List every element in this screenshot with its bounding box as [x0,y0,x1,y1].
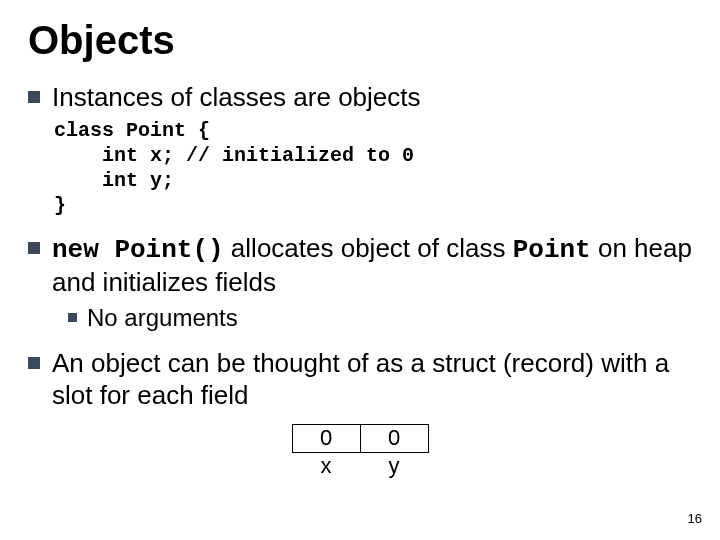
bullet-3-text: An object can be thought of as a struct … [52,347,692,412]
bullet-2-sub-text: No arguments [87,303,238,333]
slot-value-y: 0 [360,424,428,452]
bullet-1: Instances of classes are objects [28,81,692,114]
object-struct-diagram: 0 0 x y [28,424,692,479]
bullet-3: An object can be thought of as a struct … [28,347,692,412]
slide-title: Objects [28,18,692,63]
bullet-2: new Point() allocates object of class Po… [28,232,692,299]
slot-value-x: 0 [292,424,360,452]
slide: Objects Instances of classes are objects… [0,0,720,540]
bullet-2-text: new Point() allocates object of class Po… [52,232,692,299]
slot-label-y: y [360,452,428,479]
code-inline: new Point() [52,235,224,265]
slot-label-x: x [292,452,360,479]
bullet-square-icon [28,242,40,254]
code-block: class Point { int x; // initialized to 0… [54,118,692,218]
bullet-1-text: Instances of classes are objects [52,81,421,114]
struct-table: 0 0 x y [292,424,429,479]
bullet-square-icon [28,91,40,103]
bullet-2-sub: No arguments [68,303,692,333]
bullet-square-icon [68,313,77,322]
bullet-square-icon [28,357,40,369]
bullet-2-mid: allocates object of class [224,233,513,263]
code-inline: Point [513,235,591,265]
page-number: 16 [688,511,702,526]
